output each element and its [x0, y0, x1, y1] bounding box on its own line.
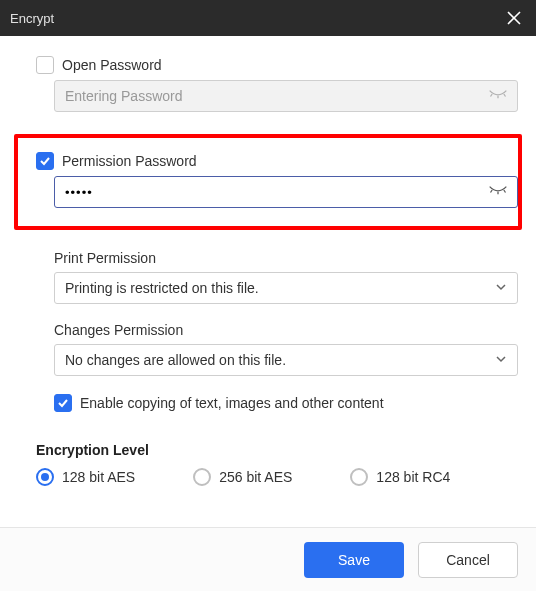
print-permission-select[interactable]: Printing is restricted on this file.: [54, 272, 518, 304]
permission-password-input[interactable]: [54, 176, 518, 208]
eye-closed-icon[interactable]: [488, 85, 508, 105]
close-icon: [507, 11, 521, 25]
svg-line-2: [491, 94, 493, 97]
chevron-down-icon: [495, 280, 507, 296]
changes-permission-value: No changes are allowed on this file.: [65, 352, 286, 368]
encryption-option-128-rc4[interactable]: 128 bit RC4: [350, 468, 450, 486]
print-permission-value: Printing is restricted on this file.: [65, 280, 259, 296]
permission-password-checkbox[interactable]: [36, 152, 54, 170]
titlebar: Encrypt: [0, 0, 536, 36]
encryption-option-128-aes[interactable]: 128 bit AES: [36, 468, 135, 486]
svg-line-5: [491, 190, 493, 193]
radio-label: 256 bit AES: [219, 469, 292, 485]
enable-copying-label: Enable copying of text, images and other…: [80, 395, 384, 411]
enable-copying-checkbox[interactable]: [54, 394, 72, 412]
open-password-label: Open Password: [62, 57, 162, 73]
encryption-option-256-aes[interactable]: 256 bit AES: [193, 468, 292, 486]
dialog-title: Encrypt: [10, 11, 54, 26]
close-button[interactable]: [500, 4, 528, 32]
cancel-button[interactable]: Cancel: [418, 542, 518, 578]
radio-icon: [193, 468, 211, 486]
save-button[interactable]: Save: [304, 542, 404, 578]
open-password-checkbox[interactable]: [36, 56, 54, 74]
eye-closed-icon[interactable]: [488, 181, 508, 201]
radio-icon: [36, 468, 54, 486]
encryption-level-title: Encryption Level: [36, 442, 518, 458]
radio-icon: [350, 468, 368, 486]
permission-password-highlight: Permission Password: [14, 134, 522, 230]
svg-line-7: [504, 190, 506, 193]
radio-label: 128 bit RC4: [376, 469, 450, 485]
dialog-footer: Save Cancel: [0, 527, 536, 591]
open-password-input[interactable]: [54, 80, 518, 112]
chevron-down-icon: [495, 352, 507, 368]
save-button-label: Save: [338, 552, 370, 568]
dialog-content: Open Password Permission Password: [0, 36, 536, 486]
print-permission-label: Print Permission: [54, 250, 518, 266]
svg-line-4: [504, 94, 506, 97]
permission-password-label: Permission Password: [62, 153, 197, 169]
cancel-button-label: Cancel: [446, 552, 490, 568]
changes-permission-select[interactable]: No changes are allowed on this file.: [54, 344, 518, 376]
changes-permission-label: Changes Permission: [54, 322, 518, 338]
radio-label: 128 bit AES: [62, 469, 135, 485]
